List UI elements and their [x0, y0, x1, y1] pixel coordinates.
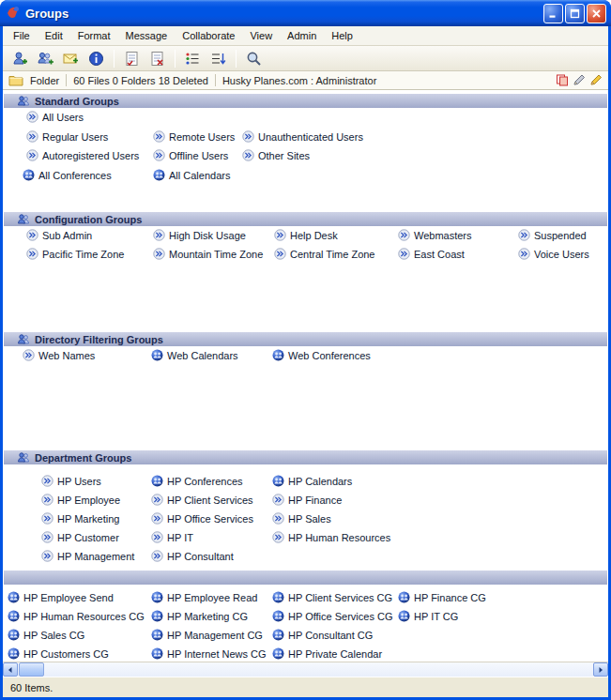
group-item[interactable]: Offline Users — [153, 147, 228, 163]
scroll-right-button[interactable] — [593, 662, 608, 677]
group-item[interactable]: HP Management — [41, 548, 134, 564]
minimize-button[interactable] — [543, 4, 563, 23]
list-delete-icon[interactable] — [145, 48, 169, 69]
group-item[interactable]: HP Consultant — [151, 548, 234, 564]
menu-item-message[interactable]: Message — [118, 27, 176, 44]
search-icon[interactable] — [242, 48, 266, 69]
group-item[interactable]: HP Calendars — [272, 473, 352, 489]
group-item[interactable]: Sub Admin — [26, 227, 92, 243]
group-item[interactable]: All Calendars — [153, 167, 230, 183]
scroll-left-button[interactable] — [3, 662, 18, 677]
group-icon — [272, 494, 284, 506]
group-item-label: Autoregistered Users — [42, 150, 139, 161]
group-item[interactable]: HP Sales — [272, 510, 331, 526]
groups-window: Groups FileEditFormatMessageCollaborateV… — [0, 0, 611, 700]
group-item[interactable]: All Conferences — [23, 167, 112, 183]
group-item[interactable]: Other Sites — [242, 147, 310, 163]
group-item-label: High Disk Usage — [169, 230, 246, 241]
group-item-label: HP Consultant CG — [288, 630, 373, 641]
group-item[interactable]: Autoregistered Users — [26, 147, 139, 163]
scrollbar-track[interactable] — [18, 662, 593, 677]
group-item[interactable]: HP Internet News CG — [151, 646, 267, 662]
group-item-label: Web Conferences — [288, 350, 371, 361]
group-item-label: HP Users — [57, 476, 101, 487]
group-item[interactable]: HP Human Resources — [272, 529, 390, 545]
close-button[interactable] — [587, 4, 606, 23]
info-icon[interactable] — [84, 48, 108, 69]
group-icon — [398, 248, 410, 260]
sort-colored-icon[interactable] — [181, 48, 205, 69]
section-header: Configuration Groups — [4, 212, 607, 226]
group-item-label: Help Desk — [290, 230, 338, 241]
menu-item-view[interactable]: View — [242, 27, 280, 44]
group-item[interactable]: High Disk Usage — [153, 227, 246, 243]
group-item[interactable]: HP Users — [41, 473, 101, 489]
group-item[interactable]: Unauthenticated Users — [242, 129, 363, 145]
menu-item-format[interactable]: Format — [70, 27, 118, 44]
group-item[interactable]: HP IT CG — [398, 608, 458, 624]
group-item[interactable]: HP IT — [151, 529, 193, 545]
conference-icon — [398, 610, 410, 622]
group-item[interactable]: East Coast — [398, 246, 465, 262]
group-item[interactable]: Suspended — [518, 227, 587, 243]
group-item[interactable]: HP Customers CG — [8, 646, 109, 662]
group-item-label: Unauthenticated Users — [258, 131, 363, 143]
group-item[interactable]: HP Human Resources CG — [8, 608, 145, 624]
group-item[interactable]: Web Calendars — [151, 347, 238, 363]
group-item[interactable]: HP Marketing CG — [151, 608, 248, 624]
menu-item-help[interactable]: Help — [324, 27, 360, 44]
group-icon — [26, 111, 38, 123]
new-user-icon[interactable] — [8, 48, 32, 69]
group-item[interactable]: HP Finance — [272, 492, 342, 508]
conference-icon — [8, 610, 20, 622]
conference-icon — [151, 629, 163, 641]
titlebar[interactable]: Groups — [0, 0, 611, 26]
group-item[interactable]: Web Conferences — [272, 347, 371, 363]
menu-item-edit[interactable]: Edit — [38, 27, 70, 44]
conference-icon — [8, 629, 20, 641]
group-item[interactable]: All Users — [26, 109, 84, 125]
group-item[interactable]: HP Marketing — [41, 510, 119, 526]
group-item[interactable]: HP Management CG — [151, 627, 263, 643]
group-item-label: HP Finance CG — [414, 592, 486, 603]
group-item[interactable]: HP Employee Read — [151, 589, 257, 605]
group-item[interactable]: HP Conferences — [151, 473, 243, 489]
group-item[interactable]: HP Client Services CG — [272, 589, 392, 605]
pen-icon[interactable] — [573, 74, 586, 86]
list-filter-icon[interactable] — [206, 48, 230, 69]
group-item[interactable]: HP Office Services CG — [272, 608, 392, 624]
group-item-label: HP Customers CG — [23, 648, 109, 660]
menu-item-collaborate[interactable]: Collaborate — [175, 27, 242, 44]
group-item[interactable]: HP Finance CG — [398, 589, 486, 605]
group-item[interactable]: HP Sales CG — [8, 627, 84, 643]
horizontal-scrollbar[interactable] — [3, 662, 608, 677]
group-item[interactable]: HP Client Services — [151, 492, 253, 508]
group-item[interactable]: HP Employee — [41, 492, 120, 508]
group-item[interactable]: Remote Users — [153, 129, 235, 145]
group-item[interactable]: Regular Users — [26, 129, 108, 145]
group-item[interactable]: Web Names — [23, 347, 95, 363]
group-item[interactable]: Voice Users — [518, 246, 589, 262]
group-item[interactable]: HP Consultant CG — [272, 627, 373, 643]
copy-pages-icon[interactable] — [556, 74, 569, 86]
group-item[interactable]: HP Employee Send — [8, 589, 114, 605]
new-group-icon[interactable] — [34, 48, 57, 69]
list-check-icon[interactable] — [120, 48, 144, 69]
conference-icon — [272, 349, 284, 361]
group-item[interactable]: Help Desk — [274, 227, 338, 243]
group-item[interactable]: Mountain Time Zone — [153, 246, 263, 262]
group-item[interactable]: Pacific Time Zone — [26, 246, 124, 262]
group-item-label: All Calendars — [169, 170, 230, 181]
group-item[interactable]: HP Customer — [41, 529, 119, 545]
menu-item-file[interactable]: File — [6, 27, 38, 44]
menu-item-admin[interactable]: Admin — [280, 27, 324, 44]
group-item[interactable]: HP Private Calendar — [272, 646, 382, 662]
group-item[interactable]: Central Time Zone — [274, 246, 374, 262]
scrollbar-thumb[interactable] — [19, 662, 44, 677]
group-item[interactable]: HP Office Services — [151, 510, 253, 526]
group-item[interactable]: Webmasters — [398, 227, 472, 243]
pencil-icon[interactable] — [589, 74, 603, 86]
maximize-button[interactable] — [565, 4, 585, 23]
group-item-label: HP Employee Read — [167, 592, 257, 603]
new-message-icon[interactable] — [59, 48, 83, 69]
